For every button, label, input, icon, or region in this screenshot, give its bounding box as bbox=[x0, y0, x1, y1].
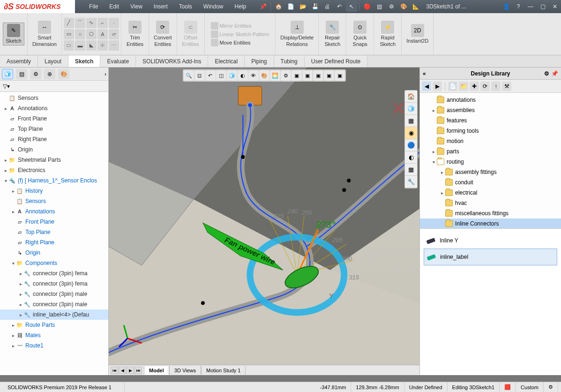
print-icon[interactable]: 🖨 bbox=[322, 1, 333, 12]
more-tools[interactable]: ⋯ bbox=[109, 40, 119, 51]
home-view-icon[interactable]: 🏠 bbox=[405, 90, 417, 103]
up-icon[interactable]: ↑ bbox=[491, 82, 501, 91]
section-view-icon[interactable]: ◫ bbox=[216, 70, 226, 81]
zoom-area-icon[interactable]: ⊡ bbox=[194, 70, 205, 81]
appearance-icon[interactable]: 🎨 bbox=[398, 1, 409, 12]
status-gear-icon[interactable]: ⚙ bbox=[544, 382, 558, 392]
cmdtab-tubing[interactable]: Tubing bbox=[274, 55, 305, 67]
iso-view-icon[interactable]: 🧊 bbox=[405, 103, 417, 115]
tree-item[interactable]: ▱Top Plane bbox=[0, 124, 108, 134]
library-part[interactable]: inline_label bbox=[424, 249, 557, 265]
lib-folder[interactable]: hvac bbox=[420, 198, 561, 208]
cmdtab-sketch[interactable]: Sketch bbox=[68, 55, 100, 67]
prev-view-icon[interactable]: ↶ bbox=[205, 70, 216, 81]
tree-item[interactable]: 📋Sensors bbox=[0, 196, 108, 206]
slot-tool[interactable]: ▬ bbox=[75, 40, 85, 51]
cmdtab-user-defined-route[interactable]: User Defined Route bbox=[305, 55, 367, 67]
view-settings-icon[interactable]: ⚙ bbox=[281, 70, 291, 81]
view-cube-2[interactable]: ▣ bbox=[302, 70, 313, 81]
zoom-fit-icon[interactable]: 🔍 bbox=[184, 70, 194, 81]
tab-prev[interactable]: ◀ bbox=[119, 367, 126, 374]
tree-item[interactable]: ↳Origin bbox=[0, 144, 108, 155]
select-icon[interactable]: ↖ bbox=[346, 1, 357, 12]
lib-folder[interactable]: miscellaneous fittings bbox=[420, 208, 561, 219]
options-list-icon[interactable]: ▤ bbox=[374, 1, 385, 12]
tab-first[interactable]: ⏮ bbox=[111, 367, 118, 374]
property-manager-tab[interactable]: ▤ bbox=[16, 69, 27, 79]
tree-item[interactable]: ▸🔧connector (3pin) male bbox=[0, 299, 108, 309]
open-icon[interactable]: 📂 bbox=[297, 1, 308, 12]
arc-tool[interactable]: ⌒ bbox=[75, 18, 85, 28]
display-delete-relations-button[interactable]: ⊥ Display/Delete Relations bbox=[278, 20, 315, 48]
lib-folder[interactable]: ▸electrical bbox=[420, 188, 561, 198]
move-entities-button[interactable]: Move Entities bbox=[209, 38, 271, 47]
tree-item[interactable]: ▱Front Plane bbox=[0, 113, 108, 124]
circle-tool[interactable]: ○ bbox=[75, 29, 85, 39]
display-manager-tab[interactable]: 🎨 bbox=[58, 69, 69, 79]
trim-entities-button[interactable]: ✂ Trim Entities bbox=[124, 20, 146, 48]
lib-folder[interactable]: ▸assemblies bbox=[420, 105, 561, 115]
lib-folder[interactable]: Inline Connectors bbox=[420, 219, 561, 229]
tree-item[interactable]: ▸🔧inline_label<4> (Defau bbox=[0, 309, 108, 320]
pin-icon[interactable]: 📌 bbox=[257, 1, 269, 12]
close-button[interactable]: ✕ bbox=[549, 1, 561, 12]
new-lib-icon[interactable]: ✚ bbox=[470, 82, 479, 91]
viewport-tab-motion-study-1[interactable]: Motion Study 1 bbox=[201, 366, 246, 375]
tree-item[interactable]: ▸📁Route Parts bbox=[0, 320, 108, 330]
tree-item[interactable]: ▾📁Components bbox=[0, 258, 108, 268]
plane-tool[interactable]: ▱ bbox=[109, 29, 119, 39]
lib-folder[interactable]: annotations bbox=[420, 95, 561, 105]
convert-entities-button[interactable]: ⟳ Convert Entities bbox=[152, 20, 174, 48]
menu-window[interactable]: Window bbox=[198, 3, 229, 10]
library-part[interactable]: Inline Y bbox=[424, 233, 557, 249]
apply-scene-icon[interactable]: 🌅 bbox=[270, 70, 280, 81]
sketch-button[interactable]: ✎ Sketch bbox=[3, 23, 24, 45]
tools-icon[interactable]: 🔧 bbox=[405, 176, 417, 188]
lib-folder[interactable]: features bbox=[420, 115, 561, 126]
edit-appearance-icon[interactable]: 🎨 bbox=[259, 70, 269, 81]
colors-icon[interactable]: 🔵 bbox=[405, 139, 417, 151]
refresh-icon[interactable]: ⟳ bbox=[480, 82, 490, 91]
view-orientation-icon[interactable]: 🧊 bbox=[227, 70, 237, 81]
collapse-panel-icon[interactable]: « bbox=[423, 70, 426, 77]
feature-tree-tab[interactable]: 🧊 bbox=[2, 69, 13, 79]
tree-item[interactable]: ▾🔩(f) [ Harness_1^_Sensor Enclos bbox=[0, 175, 108, 186]
lib-folder[interactable]: forming tools bbox=[420, 126, 561, 136]
add-file-icon[interactable]: 📄 bbox=[448, 82, 457, 91]
units-label[interactable]: Custom bbox=[516, 382, 544, 392]
measure-icon[interactable]: 📐 bbox=[410, 1, 421, 12]
tab-last[interactable]: ⏭ bbox=[135, 367, 142, 374]
rect-tool[interactable]: ▭ bbox=[64, 29, 74, 39]
tree-item[interactable]: ▱Right Plane bbox=[0, 134, 108, 144]
tree-item[interactable]: ▸📁Sheetmetal Parts bbox=[0, 155, 108, 165]
menu-edit[interactable]: Edit bbox=[104, 3, 125, 10]
repair-sketch-button[interactable]: 🔧 Repair Sketch bbox=[322, 20, 343, 48]
panel-pin-icon[interactable]: 📌 bbox=[551, 70, 558, 77]
settings-icon[interactable]: ⚙ bbox=[386, 1, 397, 12]
view-cube-1[interactable]: ▣ bbox=[292, 70, 302, 81]
tab-next[interactable]: ▶ bbox=[127, 367, 134, 374]
view-cube-3[interactable]: ▣ bbox=[313, 70, 323, 81]
wireframe-icon[interactable]: ▦ bbox=[405, 115, 417, 127]
tree-item[interactable]: ▸🔧connector (3pin) fema bbox=[0, 279, 108, 289]
tree-item[interactable]: ▸🔧connector (3pin) fema bbox=[0, 268, 108, 279]
panel-settings-icon[interactable]: ⚙ bbox=[544, 70, 549, 77]
add-folder-icon[interactable]: 📁 bbox=[459, 82, 468, 91]
new-icon[interactable]: 📄 bbox=[285, 1, 296, 12]
tree-item[interactable]: ▸⛓Mates bbox=[0, 330, 108, 340]
tree-item[interactable]: ▱Top Plane bbox=[0, 227, 108, 237]
save-icon[interactable]: 💾 bbox=[309, 1, 321, 12]
back-icon[interactable]: ◀ bbox=[422, 82, 431, 91]
ellipse-tool[interactable]: ⬭ bbox=[64, 40, 74, 51]
menu-file[interactable]: File bbox=[83, 3, 104, 10]
text-tool[interactable]: A bbox=[97, 29, 108, 39]
maximize-button[interactable]: ▢ bbox=[537, 1, 549, 12]
tree-item[interactable]: ▱Right Plane bbox=[0, 237, 108, 248]
tree-item[interactable]: ▸AAnnotations bbox=[0, 206, 108, 217]
view-cube-4[interactable]: ▣ bbox=[324, 70, 334, 81]
expand-arrow[interactable]: › bbox=[105, 71, 106, 77]
cmdtab-layout[interactable]: Layout bbox=[38, 55, 68, 67]
lib-folder[interactable]: ▸assembly fittings bbox=[420, 167, 561, 177]
polygon-tool[interactable]: ⬡ bbox=[86, 29, 97, 39]
tree-item[interactable]: ▸📁Electronics bbox=[0, 165, 108, 175]
